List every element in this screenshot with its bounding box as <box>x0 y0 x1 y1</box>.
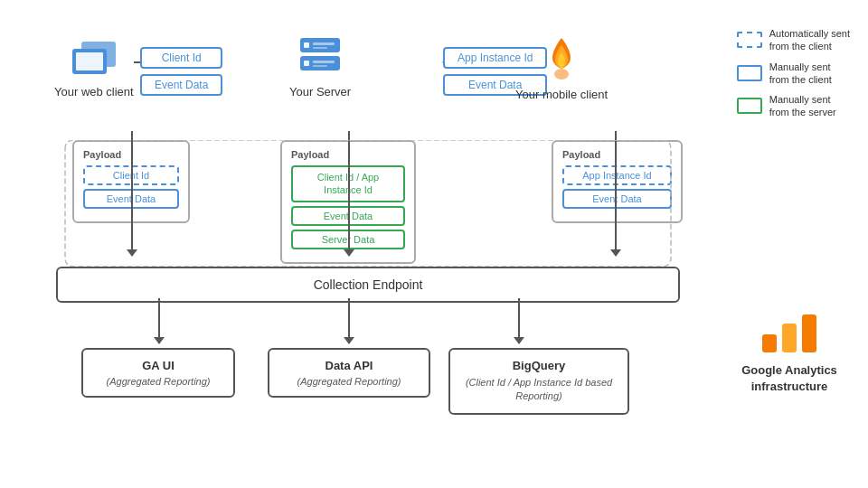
web-client-icon <box>67 34 121 81</box>
web-client-node: Your web client <box>54 34 134 99</box>
mobile-client-label: Your mobile client <box>515 88 608 101</box>
collection-endpoint: Collection Endpoint <box>56 267 680 303</box>
web-server-data-boxes: Client Id Event Data <box>140 47 222 96</box>
server-node: Your Server <box>289 34 351 99</box>
svg-rect-2 <box>76 52 103 70</box>
ga-infra: Google Analyticsinfrastructure <box>731 307 848 395</box>
legend-manual-client: Manually sentfrom the client <box>737 61 850 87</box>
mobile-payload: Payload App Instance Id Event Data <box>552 140 683 223</box>
mobile-payload-title: Payload <box>562 149 672 160</box>
mobile-payload-event-data: Event Data <box>562 189 672 209</box>
bigquery-subtitle: (Client Id / App Instance Id based Repor… <box>463 376 615 404</box>
web-down-arrow <box>131 131 133 256</box>
ga-infra-label: Google Analyticsinfrastructure <box>741 362 837 395</box>
svg-rect-4 <box>304 42 309 48</box>
svg-rect-12 <box>762 334 777 352</box>
data-api-subtitle: (Aggregated Reporting) <box>282 376 416 387</box>
diagram: Automatically sentfrom the client Manual… <box>0 0 868 488</box>
legend-auto-label: Automatically sentfrom the client <box>769 27 850 53</box>
svg-rect-6 <box>313 47 327 49</box>
ga-ui-down-arrow <box>158 298 160 343</box>
server-down-arrow <box>348 131 350 256</box>
svg-point-11 <box>554 69 569 80</box>
mobile-payload-app-instance: App Instance Id <box>562 165 672 185</box>
legend-manual-server-label: Manually sentfrom the server <box>769 93 836 119</box>
legend-manual-client-label: Manually sentfrom the client <box>769 61 832 87</box>
legend-manual-server: Manually sentfrom the server <box>737 93 850 119</box>
data-api-title: Data API <box>282 359 416 372</box>
ga-ui-box: GA UI (Aggregated Reporting) <box>81 348 235 398</box>
data-api-down-arrow <box>348 298 350 343</box>
svg-rect-8 <box>304 61 309 66</box>
event-data-box-1: Event Data <box>140 74 222 96</box>
svg-rect-9 <box>313 61 335 63</box>
mobile-down-arrow <box>615 131 617 256</box>
ga-ui-title: GA UI <box>96 359 221 372</box>
svg-rect-13 <box>782 324 797 352</box>
web-client-label: Your web client <box>54 85 134 99</box>
ga-infra-icon <box>758 307 821 357</box>
data-api-box: Data API (Aggregated Reporting) <box>268 348 430 398</box>
svg-rect-5 <box>313 42 335 45</box>
mobile-client-icon <box>539 34 584 84</box>
bigquery-title: BigQuery <box>463 359 615 372</box>
ga-ui-subtitle: (Aggregated Reporting) <box>96 376 221 387</box>
svg-rect-14 <box>802 314 816 352</box>
legend-manual-server-icon <box>737 98 762 114</box>
bigquery-box: BigQuery (Client Id / App Instance Id ba… <box>448 348 629 415</box>
server-label: Your Server <box>289 85 351 99</box>
legend: Automatically sentfrom the client Manual… <box>737 27 850 119</box>
client-id-box: Client Id <box>140 47 222 69</box>
legend-auto-icon <box>737 32 762 48</box>
legend-manual-client-icon <box>737 65 762 81</box>
server-icon <box>297 34 344 81</box>
legend-auto-sent: Automatically sentfrom the client <box>737 27 850 53</box>
mobile-client-node: Your mobile client <box>515 34 608 101</box>
bigquery-down-arrow <box>518 298 520 343</box>
svg-rect-10 <box>313 65 327 67</box>
